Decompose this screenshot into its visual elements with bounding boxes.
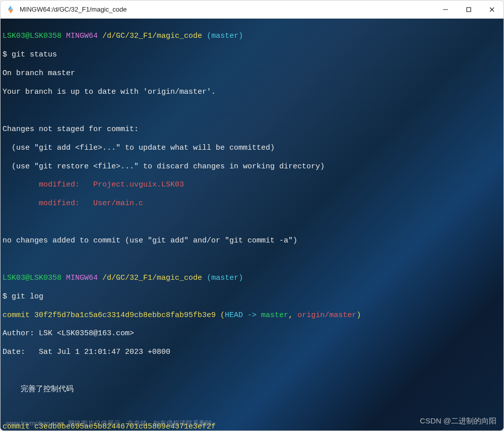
cmd-text: git log: [12, 292, 43, 301]
status-hint-restore: (use "git restore <file>..." to discard …: [3, 162, 501, 171]
prompt-env: MINGW64: [66, 32, 98, 40]
window-controls: [434, 1, 503, 18]
cmd-line: $ git log: [3, 292, 501, 301]
modified-file: modified: User/main.c: [3, 199, 501, 208]
app-icon: [6, 5, 16, 15]
log-msg: 完善了控制代码: [3, 385, 501, 394]
window-title: MINGW64:/d/GC/32_F1/magic_code: [20, 6, 434, 13]
minimize-button[interactable]: [434, 1, 457, 18]
cmd-line: $ git status: [3, 50, 501, 59]
prompt-user: LSK03@LSK0358: [3, 32, 61, 40]
terminal-output[interactable]: LSK03@LSK0358 MINGW64 /d/GC/32_F1/magic_…: [1, 19, 503, 430]
titlebar[interactable]: MINGW64:/d/GC/32_F1/magic_code: [1, 1, 503, 19]
status-hint-add: (use "git add <file>..." to update what …: [3, 144, 501, 153]
svg-marker-0: [8, 6, 11, 10]
prompt-symbol: $: [3, 50, 7, 59]
status-no-changes: no changes added to commit (use "git add…: [3, 236, 501, 245]
log-author: Author: LSK <LSK0358@163.com>: [3, 329, 501, 338]
watermark-left: www.toymoban.com 网络图片仅供展示，非存储，如有侵权请联系删除。: [6, 419, 219, 427]
svg-marker-3: [11, 10, 13, 14]
status-branch: On branch master: [3, 69, 501, 78]
terminal-window: MINGW64:/d/GC/32_F1/magic_code LSK03@LSK…: [0, 0, 504, 431]
svg-marker-2: [8, 10, 11, 14]
prompt-line: LSK03@LSK0358 MINGW64 /d/GC/32_F1/magic_…: [3, 274, 501, 283]
prompt-line: LSK03@LSK0358 MINGW64 /d/GC/32_F1/magic_…: [3, 32, 501, 41]
maximize-button[interactable]: [457, 1, 480, 18]
status-not-staged: Changes not staged for commit:: [3, 125, 501, 134]
log-date: Date: Sat Jul 1 21:01:47 2023 +0800: [3, 348, 501, 357]
watermark-right: CSDN @二进制的向阳: [420, 416, 496, 425]
svg-marker-1: [11, 6, 13, 10]
modified-file: modified: Project.uvguix.LSK03: [3, 180, 501, 190]
close-button[interactable]: [480, 1, 503, 18]
svg-rect-5: [467, 8, 471, 12]
cmd-text: git status: [12, 50, 57, 59]
prompt-path: /d/GC/32_F1/magic_code: [102, 32, 202, 40]
status-uptodate: Your branch is up to date with 'origin/m…: [3, 88, 501, 97]
prompt-branch: (master): [207, 32, 243, 40]
log-commit: commit 30f2f5d7ba1c5a6c3314d9cb8ebbc8fab…: [3, 311, 501, 320]
